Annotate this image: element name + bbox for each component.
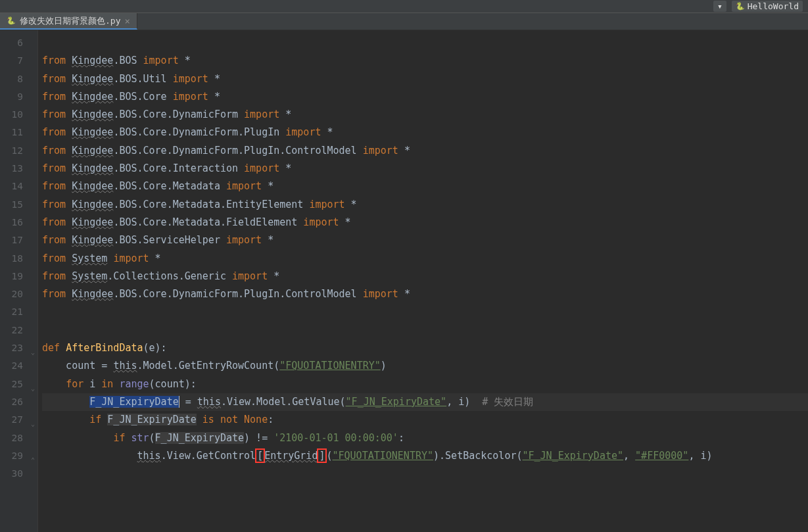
code-token: F_JN_ExpiryDate: [89, 396, 178, 408]
fold-start-icon[interactable]: ⌄: [27, 343, 35, 351]
code-token: import: [363, 145, 398, 157]
code-token: ): [381, 360, 387, 372]
code-token: from: [42, 162, 72, 174]
code-token: .View.Model.GetValue(: [221, 396, 346, 408]
run-config-label: HelloWorld: [748, 1, 799, 11]
code-line[interactable]: from Kingdee.BOS.Core import *: [42, 88, 808, 106]
code-area[interactable]: from Kingdee.BOS import *from Kingdee.BO…: [38, 30, 808, 532]
code-token: from: [42, 145, 72, 157]
code-token: .View.GetControl: [161, 450, 256, 462]
code-token: Kingdee: [72, 216, 113, 228]
fold-start-icon[interactable]: ⌄: [27, 379, 35, 387]
code-line[interactable]: [42, 34, 808, 52]
code-token: from: [42, 73, 72, 85]
code-token: :: [398, 432, 404, 444]
code-line[interactable]: [42, 322, 808, 339]
line-number: 24: [0, 357, 37, 375]
code-token: *: [339, 216, 351, 228]
code-token: import: [309, 199, 345, 210]
line-number: 10: [0, 106, 37, 124]
code-line[interactable]: from Kingdee.BOS.Core.DynamicForm import…: [42, 106, 808, 124]
fold-end-icon[interactable]: ⌃: [27, 451, 35, 459]
code-token: ,: [688, 450, 700, 462]
code-line[interactable]: from Kingdee.BOS.Core.Metadata.EntityEle…: [42, 196, 808, 214]
code-token: from: [42, 109, 72, 120]
line-number: 27⌄: [0, 411, 37, 429]
code-line[interactable]: [42, 303, 808, 321]
code-line[interactable]: from Kingdee.BOS.ServiceHelper import *: [42, 231, 808, 249]
code-token: .BOS.Core.DynamicForm.PlugIn.ControlMode…: [113, 288, 362, 300]
code-line[interactable]: count = this.Model.GetEntryRowCount("FQU…: [42, 357, 808, 375]
editor-tab-active[interactable]: 🐍 修改失效日期背景颜色.py ×: [0, 13, 137, 30]
line-number: 9: [0, 88, 37, 106]
code-token: from: [42, 180, 72, 192]
code-token: ) !=: [244, 432, 273, 444]
line-number: 28: [0, 429, 37, 447]
code-token: System: [72, 270, 107, 282]
code-token: *: [149, 253, 161, 264]
code-token: i): [700, 450, 712, 462]
code-line[interactable]: from Kingdee.BOS.Core.DynamicForm.PlugIn…: [42, 142, 808, 160]
code-token: from: [42, 216, 72, 228]
line-number: 23⌄: [0, 339, 37, 357]
fold-start-icon[interactable]: ⌄: [27, 415, 35, 423]
code-line[interactable]: from Kingdee.BOS.Core.Metadata.FieldElem…: [42, 214, 808, 231]
code-line[interactable]: if str(F_JN_ExpiryDate) != '2100-01-01 0…: [42, 429, 808, 447]
run-config-selector[interactable]: 🐍 HelloWorld: [732, 1, 803, 12]
code-line[interactable]: from Kingdee.BOS.Core.DynamicForm.PlugIn…: [42, 124, 808, 141]
line-number: 30: [0, 465, 37, 483]
code-token: [42, 450, 137, 462]
code-token: ,: [623, 450, 635, 462]
code-line[interactable]: F_JN_ExpiryDate = this.View.Model.GetVal…: [42, 393, 808, 411]
code-line[interactable]: if F_JN_ExpiryDate is not None:: [42, 411, 808, 429]
code-line[interactable]: this.View.GetControl[EntryGrid]("FQUOTAT…: [42, 447, 808, 465]
code-token: import: [244, 109, 279, 120]
line-number: 26: [0, 393, 37, 411]
code-token: import: [173, 91, 208, 103]
code-token: (count):: [149, 378, 197, 390]
code-token: *: [262, 180, 273, 192]
code-line[interactable]: from System.Collections.Generic import *: [42, 268, 808, 285]
code-line[interactable]: from Kingdee.BOS.Core.Metadata import *: [42, 178, 808, 195]
line-number: 20: [0, 285, 37, 303]
code-line[interactable]: from Kingdee.BOS.Core.DynamicForm.PlugIn…: [42, 285, 808, 303]
line-number: 8: [0, 70, 37, 88]
code-token: from: [42, 126, 72, 138]
close-tab-icon[interactable]: ×: [124, 16, 130, 26]
code-line[interactable]: from Kingdee.BOS import *: [42, 52, 808, 70]
code-token: "F_JN_ExpiryDate": [523, 450, 624, 462]
code-token: this: [137, 450, 161, 462]
editor-tabbar: 🐍 修改失效日期背景颜色.py ×: [0, 13, 808, 30]
line-number: 14: [0, 178, 37, 195]
code-token: *: [345, 199, 357, 210]
code-line[interactable]: from Kingdee.BOS.Util import *: [42, 70, 808, 88]
user-menu[interactable]: ▾: [713, 1, 726, 12]
code-token: "#FF0000": [635, 450, 688, 462]
code-token: Kingdee: [72, 91, 113, 103]
code-token: F_JN_ExpiryDate: [155, 432, 244, 444]
code-token: [42, 396, 89, 408]
code-line[interactable]: [42, 465, 808, 483]
code-token: "FQUOTATIONENTRY": [279, 360, 381, 372]
line-number: 13: [0, 160, 37, 178]
code-editor[interactable]: 67891011121314151617181920212223⌄2425⌄26…: [0, 30, 808, 532]
code-line[interactable]: from System import *: [42, 250, 808, 268]
code-token: i: [89, 378, 101, 390]
code-token: Kingdee: [72, 55, 113, 66]
code-token: .BOS.Core.DynamicForm.PlugIn.ControlMode…: [113, 145, 362, 157]
code-token: for: [66, 378, 89, 390]
line-number: 15: [0, 196, 37, 214]
line-number: 19: [0, 268, 37, 285]
code-token: "FQUOTATIONENTRY": [333, 450, 434, 462]
code-token: *: [321, 126, 333, 138]
code-line[interactable]: def AfterBindData(e):: [42, 339, 808, 357]
line-number: 25⌄: [0, 375, 37, 393]
code-token: .BOS: [113, 55, 143, 66]
line-number: 17: [0, 231, 37, 249]
code-token: from: [42, 91, 72, 103]
code-line[interactable]: from Kingdee.BOS.Core.Interaction import…: [42, 160, 808, 178]
code-line[interactable]: for i in range(count):: [42, 375, 808, 393]
line-number: 11: [0, 124, 37, 141]
code-token: ,: [446, 396, 458, 408]
line-number: 16: [0, 214, 37, 231]
